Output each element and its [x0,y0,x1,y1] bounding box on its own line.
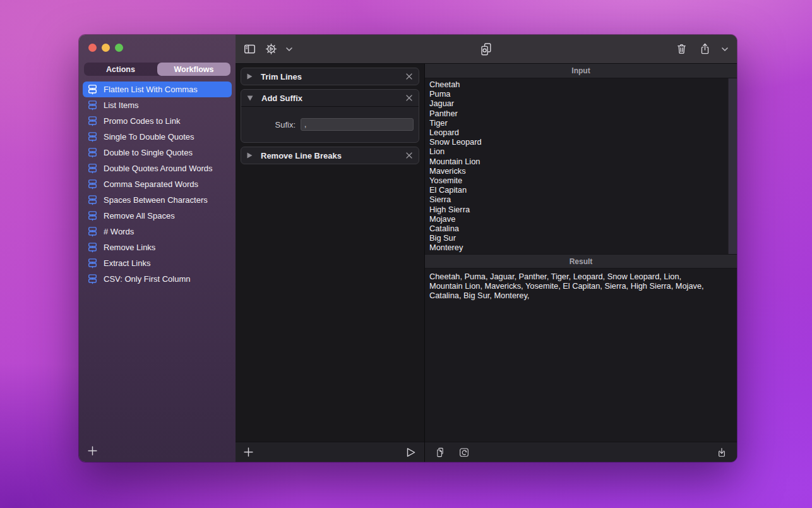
sidebar-item-spaces-between-characters[interactable]: Spaces Between Characters [83,192,232,208]
close-window-button[interactable] [88,44,97,52]
sidebar: Actions Workflows Flatten List With Comm… [79,35,236,462]
run-settings-button[interactable] [265,42,278,56]
action-card-header[interactable]: Remove Line Breaks [241,147,419,164]
action-title: Remove Line Breaks [261,151,342,160]
workflow-icon [87,226,98,237]
sidebar-item-label: Double Quotes Around Words [104,164,212,173]
main-area: Trim Lines Add Suffix Sufix: [236,35,737,462]
sidebar-item-label: Flatten List With Commas [104,85,198,94]
minimize-window-button[interactable] [102,44,110,52]
sidebar-item-flatten-list-with-commas[interactable]: Flatten List With Commas [83,82,232,97]
delete-workflow-button[interactable] [675,42,688,56]
sidebar-item-label: CSV: Only First Column [104,274,191,284]
io-column: Input Cheetah Puma Jaguar Panther Tiger … [425,64,737,462]
desktop-wallpaper: Actions Workflows Flatten List With Comm… [0,0,812,508]
copy-result-button[interactable] [434,447,446,458]
disclosure-right-icon[interactable] [247,73,253,80]
save-result-icon [716,447,727,458]
sidebar-item-label: Extract Links [104,258,150,268]
workflow-icon [87,163,98,174]
share-button[interactable] [698,42,712,56]
input-header: Input [425,64,737,78]
tab-workflows[interactable]: Workflows [157,63,230,76]
action-card-header[interactable]: Trim Lines [241,68,419,85]
gear-run-icon [265,42,278,56]
sidebar-item-label: Remove All Spaces [104,211,175,221]
workflow-icon [87,131,98,142]
sidebar-item-double-to-single-quotes[interactable]: Double to Single Quotes [83,145,232,160]
copy-badge-icon [479,42,493,56]
remove-action-icon[interactable] [405,94,413,102]
workflow-icon [87,210,98,221]
suffix-field-label: Sufix: [241,120,296,130]
zoom-window-button[interactable] [115,44,123,52]
sidebar-item-list-items[interactable]: List Items [83,97,232,113]
tab-actions[interactable]: Actions [84,63,157,76]
sidebar-item-label: Spaces Between Characters [104,195,208,205]
sidebar-item-label: # Words [104,227,134,236]
result-text: Cheetah, Puma, Jaguar, Panther, Tiger, L… [425,269,737,442]
toggle-sidebar-button[interactable] [243,42,256,56]
workflow-icon [87,147,98,158]
sidebar-item-double-quotes-around-words[interactable]: Double Quotes Around Words [83,160,232,176]
copy-pages-icon [434,447,446,458]
save-result-button[interactable] [716,447,727,458]
sidebar-segmented-control: Actions Workflows [84,63,230,76]
workflow-list: Flatten List With Commas List Items Prom… [79,82,236,439]
workflow-icon [87,195,98,205]
sidebar-item-label: Single To Double Quotes [104,132,194,142]
plus-icon [87,445,98,456]
disclosure-right-icon[interactable] [247,152,253,159]
sidebar-item-remove-links[interactable]: Remove Links [83,239,232,255]
sidebar-item-label: Promo Codes to Link [104,116,180,126]
add-action-button[interactable] [243,447,254,457]
app-window: Actions Workflows Flatten List With Comm… [79,35,737,462]
input-text-editor[interactable]: Cheetah Puma Jaguar Panther Tiger Leopar… [429,80,724,253]
share-dropdown-button[interactable] [722,47,728,51]
share-icon [698,42,712,56]
suffix-input[interactable] [301,118,414,131]
workflow-icon [87,100,98,111]
action-card-add-suffix: Add Suffix Sufix: [241,89,419,143]
action-card-header[interactable]: Add Suffix [241,90,419,106]
add-workflow-button[interactable] [87,445,98,456]
input-area: Cheetah Puma Jaguar Panther Tiger Leopar… [425,78,737,254]
workflow-icon [87,242,98,253]
trash-icon [675,42,688,56]
workflow-icon [87,116,98,126]
play-icon [405,447,417,458]
sidebar-item-num-words[interactable]: # Words [83,224,232,239]
sidebar-item-csv-only-first-column[interactable]: CSV: Only First Column [83,271,232,287]
workflow-icon [87,258,98,269]
sidebar-item-label: Remove Links [104,243,155,252]
sidebar-item-extract-links[interactable]: Extract Links [83,255,232,271]
sidebar-bottom-bar [79,439,236,462]
chevron-down-icon [722,47,728,51]
action-cards: Trim Lines Add Suffix Sufix: [236,64,424,442]
remove-action-icon[interactable] [405,73,413,80]
plus-icon [243,447,254,457]
copy-result-toolbar-button[interactable] [479,42,493,56]
action-title: Trim Lines [261,72,302,82]
content-area: Trim Lines Add Suffix Sufix: [236,64,737,462]
action-title: Add Suffix [261,94,302,103]
sidebar-item-label: List Items [104,100,139,110]
result-header: Result [425,254,737,269]
disclosure-down-icon[interactable] [247,95,253,101]
sidebar-item-comma-separated-words[interactable]: Comma Separated Words [83,176,232,192]
sidebar-item-remove-all-spaces[interactable]: Remove All Spaces [83,208,232,224]
use-result-as-input-button[interactable] [458,447,470,458]
run-settings-dropdown-button[interactable] [286,47,292,51]
workflow-icon [87,179,98,190]
action-card-remove-line-breaks: Remove Line Breaks [241,147,419,164]
toolbar [236,35,737,64]
run-workflow-button[interactable] [405,447,417,458]
actions-column: Trim Lines Add Suffix Sufix: [236,64,425,462]
workflow-icon [87,84,98,95]
input-scrollbar[interactable] [728,78,737,254]
sidebar-item-promo-codes-to-link[interactable]: Promo Codes to Link [83,113,232,129]
action-card-trim-lines: Trim Lines [241,68,419,85]
sidebar-item-single-to-double-quotes[interactable]: Single To Double Quotes [83,129,232,145]
traffic-lights [88,44,123,52]
remove-action-icon[interactable] [405,152,413,159]
